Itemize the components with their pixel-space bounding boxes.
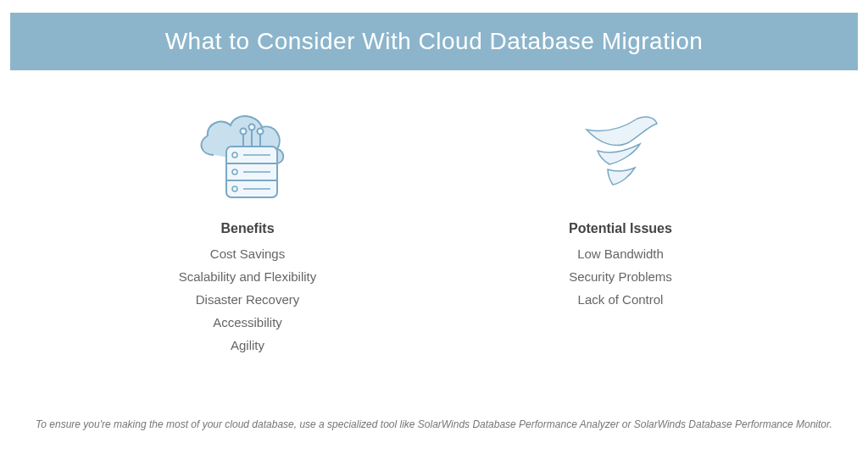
list-item: Scalability and Flexibility (179, 269, 317, 284)
cloud-server-icon (184, 108, 311, 206)
list-item: Security Problems (569, 269, 672, 284)
benefits-column: Benefits Cost Savings Scalability and Fl… (129, 108, 366, 361)
issues-title: Potential Issues (569, 221, 672, 236)
svg-point-10 (241, 129, 247, 135)
list-item: Disaster Recovery (196, 292, 300, 307)
list-item: Cost Savings (210, 246, 285, 261)
footer-note: To ensure you're making the most of your… (0, 418, 868, 430)
wave-icon (557, 108, 684, 206)
list-item: Agility (231, 338, 264, 352)
svg-point-12 (249, 125, 255, 130)
issues-column: Potential Issues Low Bandwidth Security … (502, 108, 739, 361)
page-title: What to Consider With Cloud Database Mig… (10, 28, 858, 55)
content-area: Benefits Cost Savings Scalability and Fl… (0, 108, 868, 361)
header-bar: What to Consider With Cloud Database Mig… (10, 13, 858, 70)
list-item: Low Bandwidth (577, 246, 664, 261)
list-item: Accessibility (213, 315, 282, 329)
list-item: Lack of Control (578, 292, 664, 307)
benefits-title: Benefits (220, 221, 274, 236)
svg-point-14 (258, 129, 264, 135)
